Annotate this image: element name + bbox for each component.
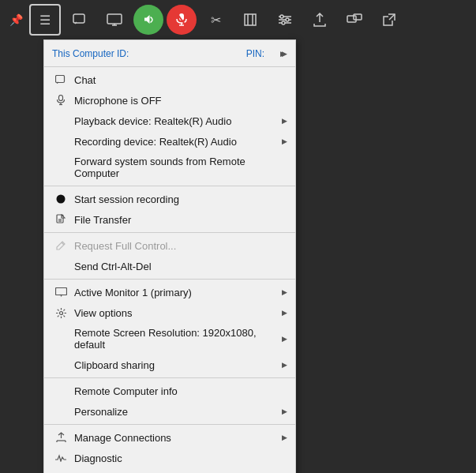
- divider-2: [44, 232, 295, 233]
- screen-resolution-label: Remote Screen Resolution: 1920x1080, def…: [74, 327, 286, 351]
- svg-rect-17: [347, 16, 356, 22]
- svg-rect-18: [354, 14, 362, 20]
- file-transfer-icon: [52, 214, 69, 225]
- menu-item-clipboard[interactable]: Clipboard sharing: [44, 355, 295, 375]
- multiscreen-button[interactable]: [339, 4, 370, 36]
- chat-label: Chat: [74, 74, 286, 86]
- record-icon: [52, 194, 69, 204]
- menu-item-view-options[interactable]: View options: [44, 302, 295, 323]
- svg-point-31: [59, 311, 62, 314]
- context-menu: This Computer ID: PIN: ▶ Chat Microphone…: [43, 39, 296, 473]
- computer-id-row[interactable]: This Computer ID: PIN: ▶: [44, 43, 295, 64]
- menu-item-recording-device[interactable]: Recording device: Realtek(R) Audio: [44, 131, 295, 152]
- svg-rect-20: [59, 96, 63, 101]
- diagnostic-label: Diagnostic: [74, 452, 286, 464]
- divider-top: [44, 66, 295, 67]
- divider-4: [44, 377, 295, 378]
- volume-button[interactable]: [133, 5, 163, 35]
- divider-1: [44, 186, 295, 186]
- computer-id-arrow: ▶: [280, 50, 286, 58]
- gear-icon: [52, 308, 69, 318]
- menu-item-file-transfer[interactable]: File Transfer: [44, 209, 295, 230]
- svg-point-14: [280, 15, 283, 18]
- resize-button[interactable]: [234, 4, 266, 36]
- pin-label: PIN:: [246, 48, 264, 59]
- menu-item-start-recording[interactable]: Start session recording: [44, 189, 295, 209]
- recording-device-label: Recording device: Realtek(R) Audio: [74, 136, 286, 148]
- start-recording-label: Start session recording: [74, 193, 286, 205]
- view-options-label: View options: [74, 307, 286, 319]
- svg-rect-8: [245, 14, 256, 25]
- monitor-button[interactable]: [99, 4, 130, 36]
- clipboard-label: Clipboard sharing: [74, 359, 286, 371]
- menu-item-remote-info[interactable]: Remote Computer info: [44, 381, 295, 401]
- export-button[interactable]: [373, 4, 405, 36]
- computer-id-label: This Computer ID:: [52, 48, 149, 59]
- pencil-icon: [52, 241, 69, 250]
- upload-button[interactable]: [304, 4, 335, 36]
- divider-5: [44, 424, 295, 425]
- menu-item-personalize[interactable]: Personalize: [44, 401, 295, 422]
- active-monitor-label: Active Monitor 1 (primary): [74, 287, 286, 298]
- personalize-label: Personalize: [74, 406, 286, 418]
- menu-item-forward-sounds[interactable]: Forward system sounds from Remote Comput…: [44, 152, 295, 183]
- playback-label: Playback device: Realtek(R) Audio: [74, 115, 286, 127]
- monitor2-icon: [52, 287, 69, 297]
- scissors-button[interactable]: ✂: [200, 4, 231, 36]
- svg-rect-0: [73, 14, 84, 23]
- divider-3: [44, 279, 295, 280]
- svg-rect-1: [107, 14, 122, 24]
- forward-sounds-label: Forward system sounds from Remote Comput…: [74, 156, 286, 179]
- sliders-button[interactable]: [269, 4, 301, 36]
- remote-info-label: Remote Computer info: [74, 385, 286, 397]
- toolbar: 📌 ☰ ✂: [0, 0, 476, 39]
- svg-point-23: [57, 195, 66, 204]
- menu-item-diagnostic[interactable]: Diagnostic: [44, 448, 295, 468]
- menu-item-chat[interactable]: Chat: [44, 69, 295, 90]
- menu-button[interactable]: ☰: [29, 4, 61, 36]
- manage-connections-label: Manage Connections: [74, 432, 286, 444]
- menu-item-screen-resolution[interactable]: Remote Screen Resolution: 1920x1080, def…: [44, 323, 295, 355]
- menu-item-microphone[interactable]: Microphone is OFF: [44, 90, 295, 111]
- svg-point-15: [286, 18, 289, 21]
- chat-icon: [52, 75, 69, 85]
- menu-item-active-monitor[interactable]: Active Monitor 1 (primary): [44, 282, 295, 302]
- chat-button[interactable]: [64, 4, 96, 36]
- mic-button[interactable]: [167, 5, 197, 35]
- send-cad-label: Send Ctrl-Alt-Del: [74, 261, 286, 272]
- svg-rect-28: [55, 288, 66, 295]
- menu-item-msp360[interactable]: MSP360 Website: [44, 468, 295, 473]
- menu-item-request-control[interactable]: Request Full Control...: [44, 235, 295, 256]
- connections-icon: [52, 432, 69, 443]
- pin-icon: 📌: [6, 10, 26, 29]
- request-control-label: Request Full Control...: [74, 240, 286, 252]
- file-transfer-label: File Transfer: [74, 214, 286, 226]
- mic-icon: [52, 95, 69, 106]
- mic-label: Microphone is OFF: [74, 95, 286, 107]
- svg-rect-19: [56, 75, 65, 82]
- svg-point-16: [282, 21, 285, 24]
- menu-item-playback[interactable]: Playback device: Realtek(R) Audio: [44, 111, 295, 131]
- menu-item-send-cad[interactable]: Send Ctrl-Alt-Del: [44, 256, 295, 276]
- diagnostic-icon: [52, 454, 69, 462]
- menu-item-manage-connections[interactable]: Manage Connections: [44, 427, 295, 448]
